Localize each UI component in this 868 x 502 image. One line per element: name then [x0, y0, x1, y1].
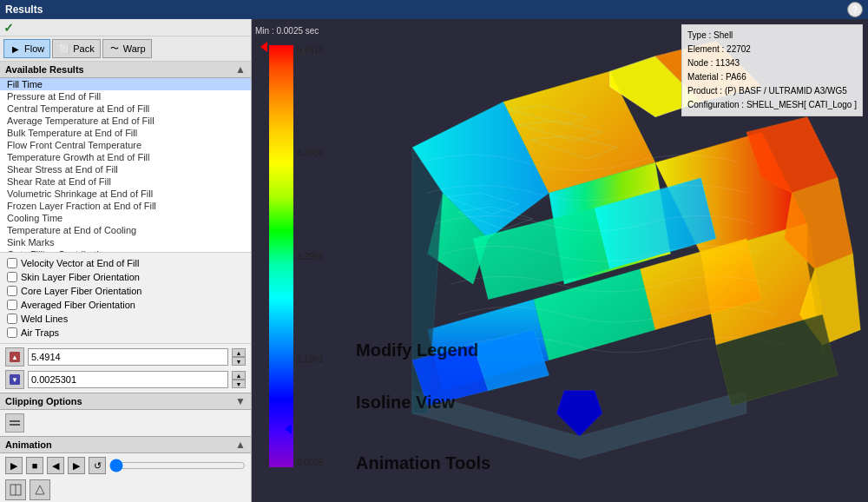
result-item[interactable]: Fill Time — [0, 78, 251, 90]
help-button[interactable]: ? — [847, 2, 863, 17]
checkbox-label: Air Traps — [21, 327, 59, 338]
collapse-button[interactable]: ▲ — [235, 63, 246, 76]
result-item[interactable]: Bulk Temperature at End of Fill — [0, 127, 251, 139]
anim-loop-button[interactable]: ↺ — [89, 457, 106, 474]
clipping-content — [0, 410, 251, 436]
checkbox-item[interactable]: Velocity Vector at End of Fill — [0, 256, 251, 270]
checkbox-input[interactable] — [7, 286, 17, 296]
svg-rect-4 — [10, 420, 20, 422]
results-list[interactable]: Fill TimePressure at End of FillCentral … — [0, 78, 251, 252]
info-product: Product : (P) BASF / ULTRAMID A3/WG5 — [687, 84, 857, 98]
clipping-collapse-btn[interactable]: ▼ — [235, 395, 246, 407]
legend-value-label: 3.2959 — [297, 252, 324, 261]
legend-pointer-top — [260, 42, 267, 52]
legend-value-label: 0.0025 — [297, 458, 324, 467]
checkbox-section: Velocity Vector at End of FillSkin Layer… — [0, 252, 251, 343]
checkbox-item[interactable]: Air Traps — [0, 326, 251, 340]
left-panel: ✓ ▶ Flow ⬜ Pack 〜 Warp Available Results… — [0, 19, 252, 502]
anim-stop-button[interactable]: ■ — [26, 457, 43, 474]
checkbox-input[interactable] — [7, 300, 17, 310]
toolbar: ▶ Flow ⬜ Pack 〜 Warp — [0, 36, 251, 62]
checkbox-input[interactable] — [7, 314, 17, 324]
warp-icon: 〜 — [108, 43, 121, 55]
main-content: ✓ ▶ Flow ⬜ Pack 〜 Warp Available Results… — [0, 19, 868, 502]
clipping-section: Clipping Options ▼ — [0, 393, 251, 436]
animation-slider[interactable] — [109, 459, 246, 472]
checkbox-item[interactable]: Averaged Fiber Orientation — [0, 298, 251, 312]
warp-button[interactable]: 〜 Warp — [102, 39, 152, 58]
checkbox-label: Skin Layer Fiber Orientation — [21, 272, 140, 282]
info-type: Type : Shell — [687, 29, 857, 43]
min-value-icon[interactable]: ▼ — [5, 370, 24, 389]
legend-labels: 5.49144.39363.29592.19810.0025 — [297, 45, 324, 467]
min-value-input[interactable] — [28, 371, 228, 388]
anim-prev-button[interactable]: ◀ — [47, 457, 64, 474]
clipping-header: Clipping Options ▼ — [0, 393, 251, 410]
checkbox-label: Averaged Fiber Orientation — [21, 300, 135, 310]
title-bar: Results ? — [0, 0, 868, 19]
result-item[interactable]: Shear Stress at End of Fill — [0, 163, 251, 175]
result-item[interactable]: Volumetric Shrinkage at End of Fill — [0, 188, 251, 200]
animation-header: Animation ▲ — [0, 437, 251, 453]
info-node: Node : 11343 — [687, 56, 857, 70]
title-actions: ? — [844, 2, 863, 17]
anim-play-button[interactable]: ▶ — [5, 457, 23, 474]
info-overlay: Type : Shell Element : 22702 Node : 1134… — [681, 24, 863, 116]
result-item[interactable]: Temperature at End of Cooling — [0, 224, 251, 236]
result-item[interactable]: Cooling Time — [0, 212, 251, 224]
result-item[interactable]: Pressure at End of Fill — [0, 90, 251, 102]
checkbox-item[interactable]: Weld Lines — [0, 312, 251, 326]
checkbox-input[interactable] — [7, 258, 17, 268]
check-mark-icon: ✓ — [3, 21, 14, 35]
svg-text:▲: ▲ — [11, 353, 18, 361]
viewport-area: Min : 0.0025 sec sec 5.49144.39363.29592… — [252, 19, 868, 502]
result-item[interactable]: Sink Marks — [0, 236, 251, 248]
info-configuration: Configuration : SHELL_MESH[ CATI_Logo ] — [687, 98, 857, 112]
anim-next-button[interactable]: ▶ — [68, 457, 85, 474]
legend-min-label: Min : 0.0025 sec — [255, 26, 319, 36]
checkbox-input[interactable] — [7, 272, 17, 282]
max-value-icon[interactable]: ▲ — [5, 347, 24, 367]
max-value-input[interactable] — [28, 348, 228, 366]
spin-down[interactable]: ▼ — [232, 357, 246, 366]
legend-pointer-bottom — [285, 424, 292, 434]
title-text: Results — [5, 3, 43, 16]
flow-button[interactable]: ▶ Flow — [3, 39, 50, 58]
animation-controls: ▶ ■ ◀ ▶ ↺ — [0, 453, 251, 478]
info-element: Element : 22702 — [687, 43, 857, 56]
clipping-tool-icon[interactable] — [5, 413, 24, 433]
result-item[interactable]: Temperature Growth at End of Fill — [0, 151, 251, 163]
legend-value-label: 4.3936 — [297, 149, 324, 158]
spin-up[interactable]: ▲ — [232, 348, 246, 357]
animation-row2 — [0, 478, 251, 502]
checkbox-item[interactable]: Skin Layer Fiber Orientation — [0, 270, 251, 284]
anim-extra-btn2[interactable] — [30, 479, 50, 500]
pack-icon: ⬜ — [58, 43, 70, 55]
checkbox-item[interactable]: Core Layer Fiber Orientation — [0, 284, 251, 298]
result-item[interactable]: Frozen Layer Fraction at End of Fill — [0, 200, 251, 212]
pack-button[interactable]: ⬜ Pack — [52, 39, 100, 58]
checkbox-label: Velocity Vector at End of Fill — [21, 258, 139, 268]
check-row: ✓ — [0, 19, 251, 36]
checkbox-input[interactable] — [7, 327, 17, 338]
anim-extra-btn[interactable] — [5, 479, 26, 500]
result-item[interactable]: Shear Rate at End of Fill — [0, 175, 251, 188]
min-value-row: ▼ ▲ ▼ — [0, 368, 251, 391]
svg-marker-8 — [36, 485, 44, 494]
spin-down-min[interactable]: ▼ — [232, 380, 246, 388]
flow-icon: ▶ — [10, 43, 22, 55]
result-item[interactable]: Central Temperature at End of Fill — [0, 102, 251, 115]
color-legend: Min : 0.0025 sec sec 5.49144.39363.29592… — [252, 19, 321, 502]
animation-collapse-btn[interactable]: ▲ — [235, 439, 246, 451]
result-item[interactable]: Average Temperature at End of Fill — [0, 115, 251, 127]
value-inputs: ▲ ▲ ▼ ▼ ▲ ▼ — [0, 343, 251, 393]
spin-up-min[interactable]: ▲ — [232, 371, 246, 380]
result-item[interactable]: Flow Front Central Temperature — [0, 139, 251, 151]
svg-rect-5 — [10, 424, 20, 426]
available-results-header: Available Results ▲ — [0, 62, 251, 78]
legend-value-label: 2.1981 — [297, 354, 324, 364]
max-value-spinner: ▲ ▼ — [232, 348, 246, 366]
legend-value-label: 5.4914 — [297, 45, 324, 55]
checkbox-label: Weld Lines — [21, 314, 68, 324]
legend-gradient — [269, 45, 293, 467]
